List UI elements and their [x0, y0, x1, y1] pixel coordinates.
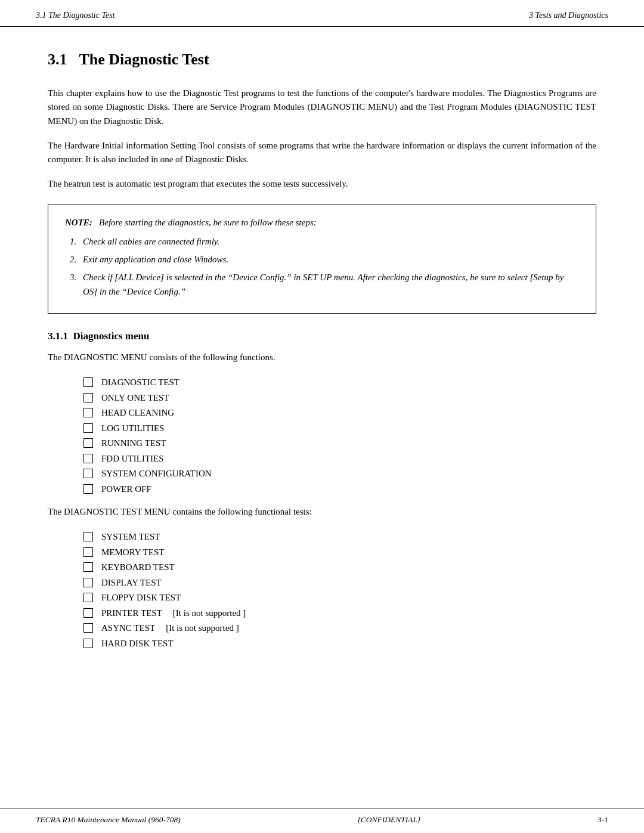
diag-test-item-1: MEMORY TEST [83, 545, 596, 561]
diag-test-item-3: DISPLAY TEST [83, 575, 596, 591]
section-title: 3.1The Diagnostic Test [48, 51, 596, 69]
note-box: NOTE: Before starting the diagnostics, b… [48, 205, 596, 314]
diag-test-label-5: PRINTER TEST [101, 608, 162, 618]
diag-test-item-4: FLOPPY DISK TEST [83, 590, 596, 606]
diag-menu-item-6: SYSTEM CONFIGURATION [83, 466, 596, 482]
footer-right: 3-1 [597, 815, 608, 825]
diag-menu-intro: The DIAGNOSTIC MENU consists of the foll… [48, 351, 596, 364]
diag-test-item-0: SYSTEM TEST [83, 529, 596, 545]
note-label: NOTE: [65, 218, 92, 227]
footer-center: [CONFIDENTIAL] [357, 815, 420, 825]
paragraph-2: The Hardware Initial information Setting… [48, 139, 596, 167]
section-title-text: The Diagnostic Test [79, 51, 209, 68]
diag-menu-item-0: DIAGNOSTIC TEST [83, 375, 596, 391]
diag-menu-item-4: RUNNING TEST [83, 436, 596, 451]
diag-menu-item-2: HEAD CLEANING [83, 405, 596, 421]
page-header: 3.1 The Diagnostic Test 3 Tests and Diag… [0, 0, 644, 27]
diag-test-label-0: SYSTEM TEST [101, 532, 160, 541]
note-item-1: 1. Check all cables are connected firmly… [83, 234, 579, 249]
diag-menu-item-1: ONLY ONE TEST [83, 391, 596, 406]
diag-test-label-1: MEMORY TEST [101, 547, 164, 557]
page: 3.1 The Diagnostic Test 3 Tests and Diag… [0, 0, 644, 833]
note-intro-line: NOTE: Before starting the diagnostics, b… [65, 216, 579, 230]
diag-test-list: SYSTEM TESTMEMORY TESTKEYBOARD TESTDISPL… [48, 529, 596, 651]
diag-menu-list: DIAGNOSTIC TESTONLY ONE TESTHEAD CLEANIN… [48, 375, 596, 497]
diag-test-label-3: DISPLAY TEST [101, 578, 162, 587]
paragraph-1: This chapter explains how to use the Dia… [48, 86, 596, 128]
diag-test-item-6: ASYNC TEST[It is not supported ] [83, 621, 596, 636]
subsection-number: 3.1.1 [48, 330, 68, 342]
diag-test-item-5: PRINTER TEST[It is not supported ] [83, 606, 596, 621]
note-list: 1. Check all cables are connected firmly… [65, 234, 579, 299]
diag-test-item-7: HARD DISK TEST [83, 636, 596, 652]
subsection-title: 3.1.1 Diagnostics menu [48, 330, 596, 342]
diag-menu-item-7: POWER OFF [83, 482, 596, 497]
diag-test-label-2: KEYBOARD TEST [101, 562, 175, 572]
diag-menu-item-5: FDD UTILITIES [83, 451, 596, 467]
diag-test-menu-intro: The DIAGNOSTIC TEST MENU contains the fo… [48, 505, 596, 519]
diag-test-note-6: [It is not supported ] [166, 623, 239, 633]
page-footer: TECRA R10 Maintenance Manual (960-708) [… [0, 809, 644, 833]
diag-test-item-2: KEYBOARD TEST [83, 560, 596, 575]
subsection-title-text: Diagnostics menu [73, 330, 150, 342]
diag-test-label-6: ASYNC TEST [101, 623, 155, 633]
footer-left: TECRA R10 Maintenance Manual (960-708) [36, 815, 181, 825]
section-number: 3.1 [48, 51, 67, 68]
header-left: 3.1 The Diagnostic Test [36, 11, 115, 20]
header-right: 3 Tests and Diagnostics [529, 11, 608, 20]
diag-test-note-5: [It is not supported ] [173, 608, 246, 618]
note-item-3: 3. Check if [ALL Device] is selected in … [83, 270, 579, 299]
diag-menu-item-3: LOG UTILITIES [83, 421, 596, 436]
main-content: 3.1The Diagnostic Test This chapter expl… [0, 27, 644, 809]
diag-test-label-7: HARD DISK TEST [101, 639, 174, 648]
diag-test-label-4: FLOPPY DISK TEST [101, 593, 181, 602]
paragraph-3: The heatrun test is automatic test progr… [48, 177, 596, 191]
note-intro-text: Before starting the diagnostics, be sure… [99, 218, 317, 227]
note-item-2: 2. Exit any application and close Window… [83, 252, 579, 267]
